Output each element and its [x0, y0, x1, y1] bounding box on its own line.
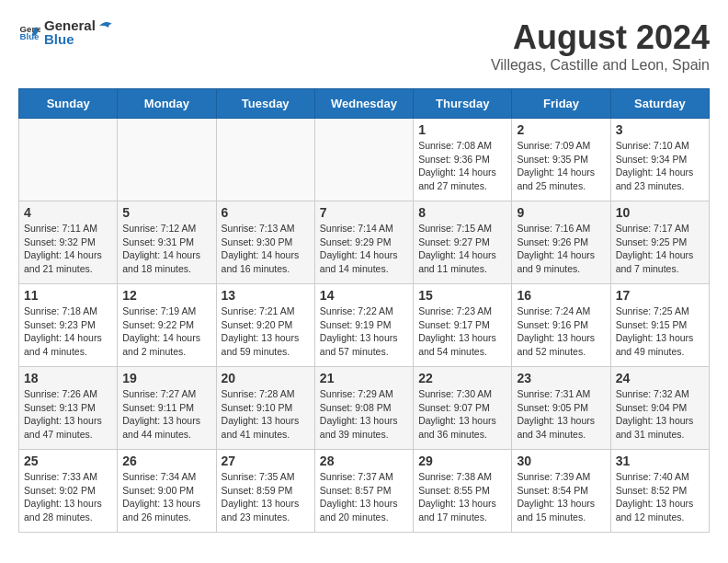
calendar-cell: 2 Sunrise: 7:09 AMSunset: 9:35 PMDayligh… — [512, 119, 610, 201]
cell-date: 11 — [24, 288, 112, 303]
cell-date: 22 — [418, 371, 506, 385]
svg-text:Blue: Blue — [20, 31, 40, 41]
cell-date: 12 — [122, 288, 210, 303]
cell-info: Sunrise: 7:28 AMSunset: 9:10 PMDaylight:… — [222, 387, 310, 442]
calendar-cell — [216, 119, 314, 201]
cell-info: Sunrise: 7:27 AMSunset: 9:11 PMDaylight:… — [122, 387, 210, 442]
cell-date: 29 — [418, 454, 506, 468]
calendar-cell: 18 Sunrise: 7:26 AMSunset: 9:13 PMDaylig… — [19, 367, 118, 450]
cell-info: Sunrise: 7:37 AMSunset: 8:57 PMDaylight:… — [320, 470, 408, 524]
cell-info: Sunrise: 7:10 AMSunset: 9:34 PMDaylight:… — [616, 139, 704, 193]
calendar-cell — [19, 119, 118, 201]
cell-date: 18 — [24, 371, 112, 385]
cell-info: Sunrise: 7:11 AMSunset: 9:32 PMDaylight:… — [24, 222, 112, 276]
cell-info: Sunrise: 7:32 AMSunset: 9:04 PMDaylight:… — [616, 387, 704, 442]
calendar-cell: 1 Sunrise: 7:08 AMSunset: 9:36 PMDayligh… — [414, 119, 512, 201]
cell-date: 14 — [320, 288, 408, 303]
calendar-cell — [118, 119, 216, 201]
cell-info: Sunrise: 7:19 AMSunset: 9:22 PMDaylight:… — [122, 304, 210, 359]
calendar-cell: 14 Sunrise: 7:22 AMSunset: 9:19 PMDaylig… — [314, 284, 413, 367]
cell-info: Sunrise: 7:14 AMSunset: 9:29 PMDaylight:… — [320, 222, 408, 276]
page-subtitle: Villegas, Castille and Leon, Spain — [491, 57, 710, 74]
calendar-cell: 22 Sunrise: 7:30 AMSunset: 9:07 PMDaylig… — [414, 367, 512, 450]
cell-info: Sunrise: 7:39 AMSunset: 8:54 PMDaylight:… — [517, 470, 605, 524]
cell-date: 7 — [320, 205, 408, 220]
cell-date: 4 — [24, 205, 112, 220]
cell-date: 23 — [517, 371, 605, 385]
cell-info: Sunrise: 7:21 AMSunset: 9:20 PMDaylight:… — [222, 304, 310, 359]
cell-info: Sunrise: 7:16 AMSunset: 9:26 PMDaylight:… — [517, 222, 605, 276]
calendar-cell: 11 Sunrise: 7:18 AMSunset: 9:23 PMDaylig… — [19, 284, 118, 367]
cell-info: Sunrise: 7:26 AMSunset: 9:13 PMDaylight:… — [24, 387, 112, 442]
day-header-thursday: Thursday — [414, 89, 512, 119]
day-header-friday: Friday — [512, 89, 610, 119]
cell-date: 26 — [122, 454, 210, 468]
calendar-cell: 29 Sunrise: 7:38 AMSunset: 8:55 PMDaylig… — [414, 450, 512, 533]
cell-date: 1 — [418, 122, 506, 137]
cell-info: Sunrise: 7:09 AMSunset: 9:35 PMDaylight:… — [517, 139, 605, 193]
page-title: August 2024 — [491, 18, 710, 57]
cell-date: 25 — [24, 454, 112, 468]
cell-date: 16 — [517, 288, 605, 303]
cell-date: 3 — [616, 122, 704, 137]
calendar-cell: 30 Sunrise: 7:39 AMSunset: 8:54 PMDaylig… — [512, 450, 610, 533]
calendar-cell: 17 Sunrise: 7:25 AMSunset: 9:15 PMDaylig… — [610, 284, 709, 367]
cell-info: Sunrise: 7:23 AMSunset: 9:17 PMDaylight:… — [418, 304, 506, 359]
day-header-sunday: Sunday — [19, 89, 118, 119]
cell-date: 31 — [616, 454, 704, 468]
page-header: General Blue General Blue August 2024 Vi… — [18, 18, 710, 74]
day-header-saturday: Saturday — [610, 89, 709, 119]
cell-info: Sunrise: 7:18 AMSunset: 9:23 PMDaylight:… — [24, 304, 112, 359]
cell-date: 24 — [616, 371, 704, 385]
calendar-cell: 24 Sunrise: 7:32 AMSunset: 9:04 PMDaylig… — [610, 367, 709, 450]
calendar-cell: 19 Sunrise: 7:27 AMSunset: 9:11 PMDaylig… — [118, 367, 216, 450]
title-section: August 2024 Villegas, Castille and Leon,… — [491, 18, 710, 74]
cell-date: 21 — [320, 371, 408, 385]
cell-date: 27 — [222, 454, 310, 468]
cell-info: Sunrise: 7:24 AMSunset: 9:16 PMDaylight:… — [517, 304, 605, 359]
calendar-cell: 3 Sunrise: 7:10 AMSunset: 9:34 PMDayligh… — [610, 119, 709, 201]
cell-info: Sunrise: 7:25 AMSunset: 9:15 PMDaylight:… — [616, 304, 704, 359]
calendar-cell — [314, 119, 413, 201]
calendar-cell: 31 Sunrise: 7:40 AMSunset: 8:52 PMDaylig… — [610, 450, 709, 533]
calendar-cell: 13 Sunrise: 7:21 AMSunset: 9:20 PMDaylig… — [216, 284, 314, 367]
calendar-cell: 27 Sunrise: 7:35 AMSunset: 8:59 PMDaylig… — [216, 450, 314, 533]
cell-info: Sunrise: 7:31 AMSunset: 9:05 PMDaylight:… — [517, 387, 605, 442]
day-header-wednesday: Wednesday — [314, 89, 413, 119]
calendar-cell: 25 Sunrise: 7:33 AMSunset: 9:02 PMDaylig… — [19, 450, 118, 533]
calendar-cell: 7 Sunrise: 7:14 AMSunset: 9:29 PMDayligh… — [314, 201, 413, 284]
calendar-cell: 5 Sunrise: 7:12 AMSunset: 9:31 PMDayligh… — [118, 201, 216, 284]
cell-date: 13 — [222, 288, 310, 303]
cell-date: 15 — [418, 288, 506, 303]
cell-date: 8 — [418, 205, 506, 220]
cell-info: Sunrise: 7:15 AMSunset: 9:27 PMDaylight:… — [418, 222, 506, 276]
cell-info: Sunrise: 7:38 AMSunset: 8:55 PMDaylight:… — [418, 470, 506, 524]
cell-date: 10 — [616, 205, 704, 220]
cell-date: 5 — [122, 205, 210, 220]
cell-info: Sunrise: 7:40 AMSunset: 8:52 PMDaylight:… — [616, 470, 704, 524]
calendar-cell: 15 Sunrise: 7:23 AMSunset: 9:17 PMDaylig… — [414, 284, 512, 367]
calendar-cell: 9 Sunrise: 7:16 AMSunset: 9:26 PMDayligh… — [512, 201, 610, 284]
cell-info: Sunrise: 7:13 AMSunset: 9:30 PMDaylight:… — [222, 222, 310, 276]
logo-blue-text: Blue — [44, 32, 114, 48]
calendar-cell: 6 Sunrise: 7:13 AMSunset: 9:30 PMDayligh… — [216, 201, 314, 284]
cell-info: Sunrise: 7:08 AMSunset: 9:36 PMDaylight:… — [418, 139, 506, 193]
calendar-cell: 4 Sunrise: 7:11 AMSunset: 9:32 PMDayligh… — [19, 201, 118, 284]
cell-date: 9 — [517, 205, 605, 220]
calendar-cell: 28 Sunrise: 7:37 AMSunset: 8:57 PMDaylig… — [314, 450, 413, 533]
cell-info: Sunrise: 7:22 AMSunset: 9:19 PMDaylight:… — [320, 304, 408, 359]
cell-date: 30 — [517, 454, 605, 468]
cell-date: 6 — [222, 205, 310, 220]
calendar-cell: 26 Sunrise: 7:34 AMSunset: 9:00 PMDaylig… — [118, 450, 216, 533]
cell-info: Sunrise: 7:34 AMSunset: 9:00 PMDaylight:… — [122, 470, 210, 524]
cell-date: 28 — [320, 454, 408, 468]
logo-arrow-icon — [97, 19, 114, 32]
calendar-cell: 16 Sunrise: 7:24 AMSunset: 9:16 PMDaylig… — [512, 284, 610, 367]
cell-info: Sunrise: 7:29 AMSunset: 9:08 PMDaylight:… — [320, 387, 408, 442]
calendar-cell: 10 Sunrise: 7:17 AMSunset: 9:25 PMDaylig… — [610, 201, 709, 284]
day-header-tuesday: Tuesday — [216, 89, 314, 119]
logo: General Blue General Blue — [18, 18, 114, 47]
day-header-monday: Monday — [118, 89, 216, 119]
calendar-cell: 8 Sunrise: 7:15 AMSunset: 9:27 PMDayligh… — [414, 201, 512, 284]
calendar-table: SundayMondayTuesdayWednesdayThursdayFrid… — [18, 88, 710, 533]
